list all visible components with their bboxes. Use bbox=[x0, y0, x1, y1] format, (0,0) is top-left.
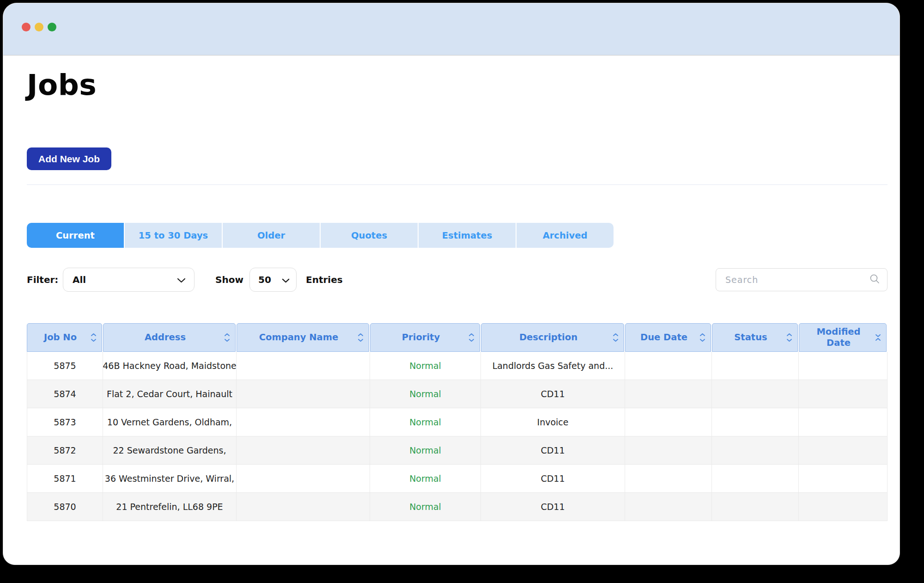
cell-company-name bbox=[237, 436, 370, 464]
show-entries-value: 50 bbox=[258, 274, 271, 285]
sort-icon bbox=[699, 333, 705, 342]
cell-status bbox=[712, 493, 799, 521]
cell-address: 36 Westminster Drive, Wirral, bbox=[103, 465, 237, 492]
column-label: Modified Date bbox=[799, 326, 886, 349]
sort-active-icon bbox=[875, 334, 881, 341]
column-label: Status bbox=[712, 332, 797, 343]
show-label: Show bbox=[215, 268, 243, 292]
column-header-priority[interactable]: Priority bbox=[370, 323, 480, 352]
filter-bar: Filter: All Show 50 Entries bbox=[3, 268, 900, 292]
cell-job-no: 5874 bbox=[27, 380, 103, 408]
cell-description: CD11 bbox=[481, 436, 625, 464]
sort-icon bbox=[613, 333, 619, 342]
cell-address: 21 Pentrefelin, LL68 9PE bbox=[103, 493, 237, 521]
sort-icon bbox=[91, 333, 97, 342]
window-titlebar bbox=[3, 3, 900, 55]
add-new-job-button[interactable]: Add New Job bbox=[27, 147, 111, 170]
entries-label: Entries bbox=[306, 268, 343, 292]
cell-job-no: 5875 bbox=[27, 352, 103, 380]
cell-description: Invoice bbox=[481, 408, 625, 436]
cell-modified-date bbox=[799, 465, 888, 492]
cell-modified-date bbox=[799, 380, 888, 408]
tab-archived[interactable]: Archived bbox=[517, 223, 614, 248]
table-row-5873[interactable]: 587310 Vernet Gardens, Oldham,NormalInvo… bbox=[27, 408, 888, 436]
cell-due-date bbox=[625, 352, 712, 380]
cell-address: 10 Vernet Gardens, Oldham, bbox=[103, 408, 237, 436]
show-entries-dropdown[interactable]: 50 bbox=[249, 268, 297, 292]
sort-icon bbox=[468, 333, 474, 342]
tab-estimates[interactable]: Estimates bbox=[419, 223, 516, 248]
cell-priority: Normal bbox=[370, 408, 481, 436]
table-body: 587546B Hackney Road, MaidstoneNormalLan… bbox=[27, 352, 888, 521]
cell-job-no: 5872 bbox=[27, 436, 103, 464]
cell-address: 46B Hackney Road, Maidstone bbox=[103, 352, 237, 380]
sort-icon bbox=[358, 333, 364, 342]
chevron-down-icon bbox=[282, 274, 290, 285]
cell-priority: Normal bbox=[370, 380, 481, 408]
window-controls bbox=[22, 23, 56, 31]
cell-due-date bbox=[625, 436, 712, 464]
cell-status bbox=[712, 465, 799, 492]
column-label: Address bbox=[103, 332, 235, 343]
sort-icon bbox=[786, 333, 792, 342]
column-header-modified-date[interactable]: Modified Date bbox=[799, 323, 887, 352]
table-row-5870[interactable]: 587021 Pentrefelin, LL68 9PENormalCD11 bbox=[27, 493, 888, 521]
tab-quotes[interactable]: Quotes bbox=[321, 223, 418, 248]
cell-priority: Normal bbox=[370, 436, 481, 464]
cell-status bbox=[712, 380, 799, 408]
cell-company-name bbox=[237, 465, 370, 492]
window-zoom-button[interactable] bbox=[48, 23, 56, 31]
cell-modified-date bbox=[799, 436, 888, 464]
table-row-5874[interactable]: 5874Flat 2, Cedar Court, HainaultNormalC… bbox=[27, 380, 888, 408]
column-header-company-name[interactable]: Company Name bbox=[237, 323, 369, 352]
cell-job-no: 5871 bbox=[27, 465, 103, 492]
column-label: Description bbox=[481, 332, 624, 343]
chevron-down-icon bbox=[177, 274, 186, 285]
cell-description: CD11 bbox=[481, 493, 625, 521]
tab-current[interactable]: Current bbox=[27, 223, 124, 248]
column-header-due-date[interactable]: Due Date bbox=[625, 323, 711, 352]
tab-older[interactable]: Older bbox=[223, 223, 320, 248]
cell-description: CD11 bbox=[481, 465, 625, 492]
cell-status bbox=[712, 352, 799, 380]
window-minimize-button[interactable] bbox=[35, 23, 43, 31]
filter-dropdown[interactable]: All bbox=[63, 268, 195, 292]
cell-priority: Normal bbox=[370, 352, 481, 380]
tab-15-to-30-days[interactable]: 15 to 30 Days bbox=[125, 223, 222, 248]
column-label: Priority bbox=[371, 332, 480, 343]
cell-company-name bbox=[237, 408, 370, 436]
cell-modified-date bbox=[799, 352, 888, 380]
cell-description: Landlords Gas Safety and... bbox=[481, 352, 625, 380]
column-header-address[interactable]: Address bbox=[103, 323, 236, 352]
cell-job-no: 5870 bbox=[27, 493, 103, 521]
column-header-status[interactable]: Status bbox=[712, 323, 798, 352]
column-label: Due Date bbox=[626, 332, 711, 343]
cell-company-name bbox=[237, 493, 370, 521]
cell-status bbox=[712, 436, 799, 464]
window-close-button[interactable] bbox=[22, 23, 30, 31]
table-row-5875[interactable]: 587546B Hackney Road, MaidstoneNormalLan… bbox=[27, 352, 888, 380]
jobs-tab-bar: Current15 to 30 DaysOlderQuotesEstimates… bbox=[27, 223, 614, 248]
cell-job-no: 5873 bbox=[27, 408, 103, 436]
cell-due-date bbox=[625, 380, 712, 408]
cell-address: Flat 2, Cedar Court, Hainault bbox=[103, 380, 237, 408]
column-label: Company Name bbox=[237, 332, 369, 343]
table-row-5871[interactable]: 587136 Westminster Drive, Wirral,NormalC… bbox=[27, 465, 888, 493]
cell-company-name bbox=[237, 380, 370, 408]
filter-label: Filter: bbox=[27, 268, 58, 292]
table-row-5872[interactable]: 587222 Sewardstone Gardens,NormalCD11 bbox=[27, 436, 888, 465]
cell-priority: Normal bbox=[370, 493, 481, 521]
cell-description: CD11 bbox=[481, 380, 625, 408]
section-divider bbox=[27, 184, 888, 185]
cell-address: 22 Sewardstone Gardens, bbox=[103, 436, 237, 464]
sort-icon bbox=[224, 333, 230, 342]
cell-due-date bbox=[625, 465, 712, 492]
filter-dropdown-value: All bbox=[73, 274, 86, 285]
page-title: Jobs bbox=[27, 68, 97, 102]
table-header-row: Job NoAddressCompany NamePriorityDescrip… bbox=[27, 323, 887, 352]
column-header-description[interactable]: Description bbox=[481, 323, 624, 352]
search-box bbox=[716, 268, 888, 291]
cell-priority: Normal bbox=[370, 465, 481, 492]
column-header-job-no[interactable]: Job No bbox=[27, 323, 102, 352]
search-input[interactable] bbox=[724, 274, 869, 285]
